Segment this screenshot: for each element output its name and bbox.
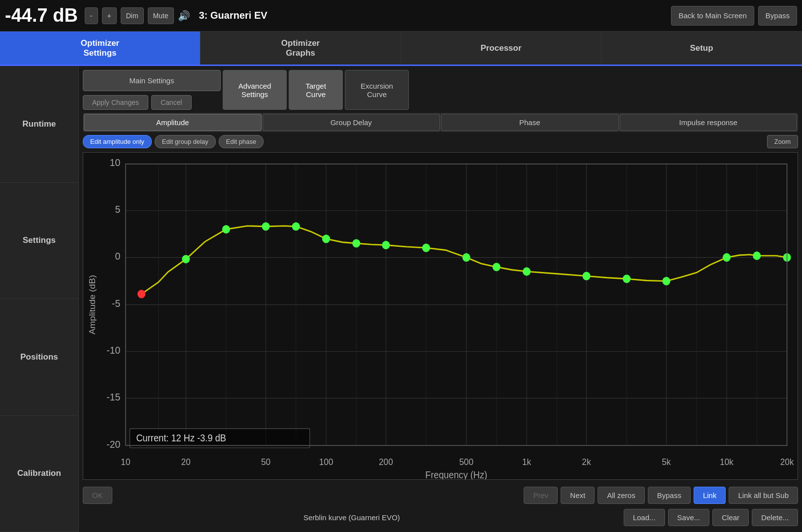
svg-point-63 [663, 277, 670, 285]
svg-text:10k: 10k [720, 457, 734, 467]
content-area: Runtime Settings Positions Calibration M… [0, 66, 802, 532]
svg-text:Amplitude (dB): Amplitude (dB) [87, 275, 97, 334]
svg-text:0: 0 [115, 251, 120, 262]
svg-text:10: 10 [121, 457, 130, 467]
svg-text:50: 50 [261, 457, 270, 467]
serblin-label: Serblin kurve (Guarneri EVO) [83, 513, 621, 522]
svg-text:20: 20 [181, 457, 191, 467]
volume-display: -44.7 dB [5, 5, 78, 26]
svg-text:200: 200 [379, 457, 393, 467]
amplitude-graph: 10 5 0 -5 -10 -15 -20 Amplitude (dB) [83, 153, 798, 479]
svg-text:2k: 2k [582, 457, 591, 467]
sub-tabs-row: Main Settings Apply Changes Cancel Advan… [83, 70, 798, 110]
prev-button[interactable]: Prev [524, 487, 558, 504]
svg-point-59 [493, 263, 500, 271]
bottom-bar: OK Prev Next All zeros Bypass Link Link … [83, 484, 798, 507]
svg-point-56 [382, 241, 390, 249]
delete-button[interactable]: Delete... [752, 509, 798, 526]
speaker-icon: 🔊 [178, 10, 190, 22]
bypass-button[interactable]: Bypass [758, 6, 797, 26]
svg-text:Frequency (Hz): Frequency (Hz) [425, 469, 487, 479]
svg-point-60 [523, 267, 531, 275]
svg-point-50 [182, 255, 190, 263]
sub-tab-target-curve[interactable]: Target Curve [289, 70, 343, 110]
edit-row: Edit amplitude only Edit group delay Edi… [83, 135, 798, 148]
graph-tab-impulse-response[interactable]: Impulse response [620, 114, 798, 131]
dim-button[interactable]: Dim [121, 7, 144, 24]
sidebar-item-runtime[interactable]: Runtime [0, 66, 78, 183]
mute-button[interactable]: Mute [148, 7, 174, 24]
plus-button[interactable]: + [102, 7, 117, 24]
load-button[interactable]: Load... [624, 509, 665, 526]
edit-phase-button[interactable]: Edit phase [219, 135, 264, 148]
main-settings-group: Main Settings Apply Changes Cancel [83, 70, 221, 110]
apply-changes-button[interactable]: Apply Changes [83, 95, 148, 110]
link-button[interactable]: Link [694, 487, 726, 504]
svg-point-52 [262, 223, 269, 231]
tab-setup[interactable]: Setup [602, 32, 802, 65]
svg-text:100: 100 [319, 457, 334, 467]
all-zeros-button[interactable]: All zeros [598, 487, 645, 504]
zoom-button[interactable]: Zoom [767, 135, 798, 148]
next-button[interactable]: Next [561, 487, 595, 504]
sub-tab-advanced-settings[interactable]: Advanced Settings [223, 70, 287, 110]
tab-processor[interactable]: Processor [401, 32, 602, 65]
svg-point-51 [222, 225, 230, 233]
graph-tab-phase[interactable]: Phase [441, 114, 619, 131]
graph-tabs: Amplitude Group Delay Phase Impulse resp… [83, 113, 798, 132]
sidebar-item-calibration[interactable]: Calibration [0, 416, 78, 532]
main-nav-tabs: Optimizer Settings Optimizer Graphs Proc… [0, 32, 802, 66]
sub-tab-excursion-curve[interactable]: Excursion Curve [345, 70, 409, 110]
serblin-row: Serblin kurve (Guarneri EVO) Load... Sav… [83, 507, 798, 528]
file-buttons: Load... Save... Clear Delete... [624, 509, 798, 526]
edit-group-delay-button[interactable]: Edit group delay [155, 135, 216, 148]
svg-point-62 [623, 275, 631, 283]
svg-point-53 [292, 223, 300, 231]
svg-text:1k: 1k [522, 457, 531, 467]
sub-tab-main-settings[interactable]: Main Settings [83, 70, 221, 91]
graph-tab-amplitude[interactable]: Amplitude [84, 114, 262, 131]
tab-optimizer-graphs[interactable]: Optimizer Graphs [200, 32, 401, 65]
svg-point-58 [463, 254, 470, 262]
svg-point-55 [353, 239, 360, 247]
graph-container[interactable]: 10 5 0 -5 -10 -15 -20 Amplitude (dB) [83, 152, 798, 480]
svg-text:-15: -15 [106, 391, 120, 402]
svg-text:5k: 5k [662, 457, 671, 467]
minus-button[interactable]: - [85, 7, 98, 24]
link-all-but-sub-button[interactable]: Link all but Sub [729, 487, 798, 504]
svg-point-49 [138, 290, 145, 298]
ok-button[interactable]: OK [83, 487, 112, 504]
apply-cancel-row: Apply Changes Cancel [83, 95, 221, 110]
bypass-graph-button[interactable]: Bypass [648, 487, 691, 504]
svg-text:500: 500 [459, 457, 473, 467]
svg-text:-5: -5 [112, 298, 120, 309]
svg-point-57 [422, 244, 430, 252]
device-name: 3: Guarneri EV [199, 10, 668, 21]
top-bar: -44.7 dB - + Dim Mute 🔊 3: Guarneri EV B… [0, 0, 802, 32]
svg-text:-10: -10 [106, 345, 120, 356]
edit-amplitude-button[interactable]: Edit amplitude only [83, 135, 152, 148]
back-to-main-button[interactable]: Back to Main Screen [671, 6, 754, 26]
svg-point-54 [322, 235, 330, 243]
sidebar-item-settings[interactable]: Settings [0, 183, 78, 299]
svg-text:10: 10 [110, 157, 121, 168]
main-panel: Main Settings Apply Changes Cancel Advan… [79, 66, 802, 532]
svg-point-65 [753, 252, 761, 260]
cancel-button[interactable]: Cancel [151, 95, 192, 110]
graph-tab-group-delay[interactable]: Group Delay [263, 114, 440, 131]
svg-text:Current:    12 Hz    -3.9 dB: Current: 12 Hz -3.9 dB [136, 433, 226, 444]
svg-text:-20: -20 [106, 438, 120, 450]
clear-button[interactable]: Clear [712, 509, 749, 526]
sidebar-item-positions[interactable]: Positions [0, 299, 78, 416]
sidebar: Runtime Settings Positions Calibration [0, 66, 79, 532]
svg-text:20k: 20k [780, 457, 794, 467]
save-button[interactable]: Save... [668, 509, 710, 526]
svg-point-64 [723, 254, 731, 262]
tab-optimizer-settings[interactable]: Optimizer Settings [0, 32, 200, 65]
svg-point-61 [583, 272, 590, 280]
svg-text:5: 5 [115, 204, 120, 215]
